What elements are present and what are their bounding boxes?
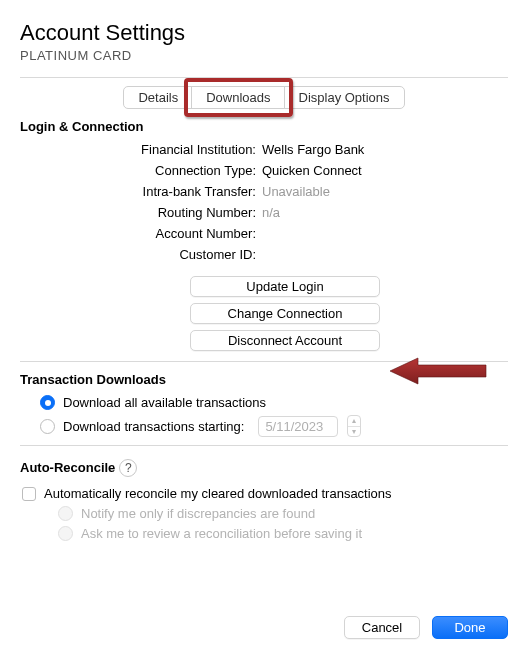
page-title: Account Settings [20, 20, 508, 46]
notify-discrepancies-radio [58, 506, 73, 521]
review-reconciliation-radio [58, 526, 73, 541]
stepper-up-icon: ▴ [348, 416, 360, 427]
fi-label: Financial Institution: [20, 142, 262, 157]
login-connection-heading: Login & Connection [20, 119, 508, 134]
divider [20, 445, 508, 446]
divider [20, 361, 508, 362]
tab-downloads[interactable]: Downloads [191, 86, 285, 109]
done-button[interactable]: Done [432, 616, 508, 639]
download-all-radio[interactable] [40, 395, 55, 410]
routing-number-label: Routing Number: [20, 205, 262, 220]
review-reconciliation-label: Ask me to review a reconciliation before… [81, 526, 362, 541]
customer-id-value [262, 247, 508, 262]
account-number-value [262, 226, 508, 241]
account-number-label: Account Number: [20, 226, 262, 241]
auto-reconcile-checkbox[interactable] [22, 487, 36, 501]
date-stepper[interactable]: ▴ ▾ [347, 415, 361, 437]
tab-details[interactable]: Details [123, 86, 193, 109]
account-subtitle: PLATINUM CARD [20, 48, 508, 63]
footer-buttons: Cancel Done [344, 616, 508, 639]
update-login-button[interactable]: Update Login [190, 276, 380, 297]
auto-reconcile-label: Automatically reconcile my cleared downl… [44, 486, 392, 501]
transaction-downloads-heading: Transaction Downloads [20, 372, 508, 387]
customer-id-label: Customer ID: [20, 247, 262, 262]
notify-discrepancies-label: Notify me only if discrepancies are foun… [81, 506, 315, 521]
cancel-button[interactable]: Cancel [344, 616, 420, 639]
connection-type-value: Quicken Connect [262, 163, 508, 178]
download-all-label: Download all available transactions [63, 395, 266, 410]
download-starting-radio[interactable] [40, 419, 55, 434]
fi-value: Wells Fargo Bank [262, 142, 508, 157]
tab-display-options[interactable]: Display Options [284, 86, 405, 109]
tab-bar: Details Downloads Display Options [20, 86, 508, 109]
intra-bank-label: Intra-bank Transfer: [20, 184, 262, 199]
auto-reconcile-heading: Auto-Reconcile [20, 460, 115, 475]
disconnect-account-button[interactable]: Disconnect Account [190, 330, 380, 351]
connection-type-label: Connection Type: [20, 163, 262, 178]
help-icon[interactable]: ? [119, 459, 137, 477]
change-connection-button[interactable]: Change Connection [190, 303, 380, 324]
stepper-down-icon: ▾ [348, 427, 360, 437]
intra-bank-value: Unavailable [262, 184, 508, 199]
download-starting-label: Download transactions starting: [63, 419, 244, 434]
download-start-date[interactable] [258, 416, 338, 437]
routing-number-value: n/a [262, 205, 508, 220]
divider [20, 77, 508, 78]
